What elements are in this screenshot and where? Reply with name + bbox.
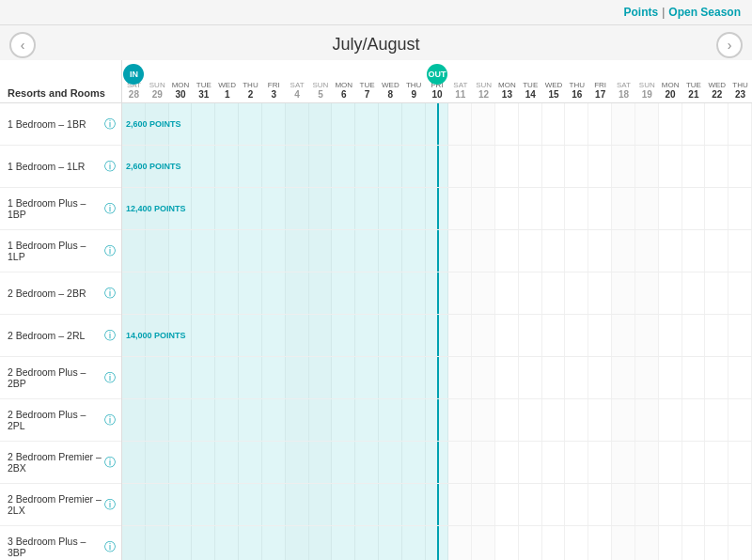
grid-cell (192, 442, 215, 483)
in-marker: IN (123, 64, 144, 85)
day-name: TUE (523, 81, 538, 89)
grid-cell (588, 442, 612, 483)
grid-cell (588, 357, 612, 398)
grid-cell (262, 526, 286, 560)
grid-cell (635, 230, 659, 272)
grid-cell (122, 230, 146, 272)
grid-cell (728, 526, 752, 560)
grid-cell (519, 442, 542, 483)
grid-cell (495, 484, 519, 525)
grid-cell (565, 484, 588, 525)
grid-cell (379, 315, 402, 356)
day-number: 31 (198, 89, 209, 100)
grid-cell (565, 315, 588, 356)
day-name: SUN (149, 81, 165, 89)
grid-cell (215, 230, 239, 272)
grid-cell (215, 146, 239, 187)
prev-button[interactable]: ‹ (9, 32, 36, 58)
grid-cell (448, 442, 472, 483)
grid-cell (355, 526, 379, 560)
room-row: 2 Bedroom Plus – 2PLⓘ (0, 399, 121, 442)
grid-cell (565, 526, 588, 560)
grid-cell (495, 442, 519, 483)
open-season-link[interactable]: Open Season (668, 6, 741, 19)
day-number: 22 (712, 89, 722, 100)
grid-cell (332, 399, 355, 441)
day-number: 2 (248, 89, 254, 100)
points-link[interactable]: Points (624, 6, 659, 19)
room-label: 2 Bedroom Plus – 2BP (8, 366, 104, 389)
grid-cell (728, 399, 752, 441)
room-row: 2 Bedroom – 2BRⓘ (0, 272, 121, 315)
day-name: THU (732, 81, 747, 89)
grid-cell (448, 315, 472, 356)
info-icon[interactable]: ⓘ (104, 497, 116, 513)
grid-cell (682, 399, 706, 441)
grid-cell (262, 272, 286, 314)
grid-cell (542, 442, 566, 483)
day-number: 16 (572, 89, 582, 100)
grid-cell (402, 103, 426, 145)
day-name: TUE (196, 81, 212, 89)
next-button[interactable]: › (716, 32, 743, 58)
grid-cell (262, 188, 286, 229)
grid-cell (262, 484, 286, 525)
grid-cell (472, 188, 495, 229)
grid-cell (728, 442, 752, 483)
grid-cell (612, 442, 635, 483)
day-name: WED (218, 81, 236, 89)
room-row: 1 Bedroom Plus – 1LPⓘ (0, 230, 121, 272)
grid-cell (472, 230, 495, 272)
info-icon[interactable]: ⓘ (104, 412, 116, 428)
day-number: 29 (152, 89, 163, 100)
grid-cell (448, 272, 472, 314)
grid-cell (472, 526, 495, 560)
grid-cell (239, 357, 262, 398)
grid-cell (635, 357, 659, 398)
grid-cell (215, 484, 239, 525)
grid-row (122, 357, 752, 399)
grid-cell (402, 188, 426, 229)
grid-cell (239, 188, 262, 229)
day-name: SAT (617, 81, 631, 89)
day-col: THU23 (728, 60, 752, 102)
grid-cell (402, 442, 426, 483)
separator: | (662, 6, 665, 19)
grid-cell (612, 272, 635, 314)
day-col: SUN12 (472, 60, 495, 102)
info-icon[interactable]: ⓘ (104, 117, 116, 132)
info-icon[interactable]: ⓘ (104, 243, 116, 259)
info-icon[interactable]: ⓘ (104, 539, 116, 555)
grid-cell (612, 526, 635, 560)
grid-cell (682, 484, 706, 525)
grid-cell (659, 399, 682, 441)
info-icon[interactable]: ⓘ (104, 328, 116, 344)
today-line (437, 484, 439, 525)
grid-cell (192, 315, 215, 356)
grid-cell (215, 442, 239, 483)
grid-cell (495, 315, 519, 356)
grid-cell (635, 399, 659, 441)
info-icon[interactable]: ⓘ (104, 455, 116, 471)
grid-cell (286, 399, 309, 441)
grid-cell (682, 526, 706, 560)
info-icon[interactable]: ⓘ (104, 201, 116, 217)
day-col: SUN5 (309, 60, 333, 102)
day-name: MON (498, 81, 516, 89)
grid-cell (262, 442, 286, 483)
grid-cell (215, 103, 239, 145)
grid-cell (542, 526, 566, 560)
info-icon[interactable]: ⓘ (104, 159, 116, 175)
grid-cell (705, 103, 728, 145)
grid-cell (519, 484, 542, 525)
grid-cell (542, 230, 566, 272)
grid-row (122, 442, 752, 484)
room-label: 1 Bedroom Plus – 1BP (8, 197, 104, 220)
day-col: THU9 (402, 60, 426, 102)
grid-cell (588, 399, 612, 441)
grid-cell (146, 484, 169, 525)
grid-cell (635, 146, 659, 187)
info-icon[interactable]: ⓘ (104, 370, 116, 386)
info-icon[interactable]: ⓘ (104, 286, 116, 302)
grid-cell (169, 442, 193, 483)
